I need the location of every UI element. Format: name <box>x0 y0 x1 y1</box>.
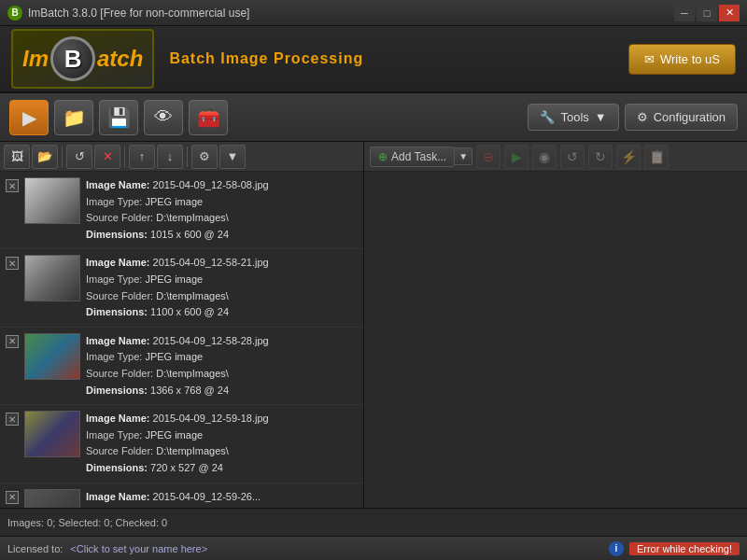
folder-plus-icon: 📂 <box>37 149 52 163</box>
item-dims-label: Dimensions: <box>86 385 150 396</box>
item-checkbox[interactable]: ✕ <box>6 335 19 348</box>
logo-box: Im B atch <box>11 29 154 89</box>
item-dims-label: Dimensions: <box>86 229 150 240</box>
add-green-icon: 🖼 <box>11 149 23 163</box>
task-extra1-button[interactable]: ⚡ <box>616 145 641 169</box>
item-folder-label: Source Folder: <box>86 445 156 456</box>
add-image-button[interactable]: 🖼 <box>4 145 30 169</box>
window-controls: ─ □ ✕ <box>674 5 740 21</box>
list-item[interactable]: ✕Image Name: 2015-04-09_12-59-26... <box>0 483 363 509</box>
remove-item-button[interactable]: ✕ <box>94 145 120 169</box>
tools-label: Tools <box>560 110 588 124</box>
open-folder-button[interactable]: 📁 <box>54 100 93 135</box>
add-task-dropdown-button[interactable]: ▼ <box>455 147 472 165</box>
add-task-button[interactable]: ⊕ Add Task... <box>370 147 455 167</box>
item-type-label: Image Type: <box>86 273 145 285</box>
list-dropdown-button[interactable]: ▼ <box>219 145 246 169</box>
item-folder-label: Source Folder: <box>86 290 156 301</box>
task-redo-button[interactable]: ↻ <box>588 145 613 169</box>
title-bar: B ImBatch 3.8.0 [Free for non-commercial… <box>0 0 747 26</box>
add-task-label: Add Task... <box>391 150 446 163</box>
task-pause-icon: ◉ <box>539 149 550 164</box>
header: Im B atch Batch Image Processing ✉ Write… <box>0 26 747 93</box>
item-info: Image Name: 2015-04-09_12-58-21.jpgImage… <box>86 255 358 320</box>
maximize-button[interactable]: □ <box>697 5 717 21</box>
refresh-list-button[interactable]: ↺ <box>66 145 92 169</box>
task-play-button[interactable]: ▶ <box>504 145 529 169</box>
item-type-value: JPEG image <box>145 351 203 362</box>
tools-button[interactable]: 🔧 Tools ▼ <box>528 104 618 131</box>
item-folder-value: D:\tempImages\ <box>156 445 229 456</box>
item-name-value: 2015-04-09_12-58-08.jpg <box>153 179 269 190</box>
logo-b-circle: B <box>50 36 95 81</box>
task-extra2-button[interactable]: 📋 <box>644 145 669 169</box>
toolbar-separator-1 <box>62 147 63 167</box>
item-name-value: 2015-04-09_12-59-18.jpg <box>153 413 269 424</box>
item-thumbnail <box>24 411 80 457</box>
item-thumbnail <box>24 489 80 509</box>
logo-area: Im B atch Batch Image Processing <box>11 29 628 89</box>
eye-button[interactable]: 👁 <box>144 100 183 135</box>
list-options-button[interactable]: ⚙ <box>191 145 218 169</box>
item-name-label: Image Name: <box>86 179 153 190</box>
envelope-icon: ✉ <box>644 52 655 66</box>
logo-atch: atch <box>97 46 143 72</box>
tools-arrow-icon: ▼ <box>595 110 607 124</box>
main-toolbar: ▶ 📁 💾 👁 🧰 🔧 Tools ▼ ⚙ Configuration <box>0 93 747 142</box>
save-button[interactable]: 💾 <box>99 100 138 135</box>
play-toolbar-button[interactable]: ▶ <box>9 100 49 135</box>
item-dims-value: 1100 x 600 @ 24 <box>150 306 229 317</box>
task-area <box>364 172 747 508</box>
error-badge: Error while checking! <box>629 542 740 555</box>
info-icon: i <box>609 541 624 556</box>
list-item[interactable]: ✕Image Name: 2015-04-09_12-58-28.jpgImag… <box>0 328 363 405</box>
list-item[interactable]: ✕Image Name: 2015-04-09_12-58-08.jpgImag… <box>0 172 363 249</box>
minimize-button[interactable]: ─ <box>674 5 695 21</box>
item-checkbox[interactable]: ✕ <box>6 179 19 192</box>
item-folder-value: D:\tempImages\ <box>156 290 229 301</box>
task-pause-button[interactable]: ◉ <box>532 145 557 169</box>
minus-circle-icon: ⊖ <box>483 149 494 164</box>
list-toolbar: 🖼 📂 ↺ ✕ ↑ ↓ ⚙ ▼ <box>0 142 363 172</box>
item-folder-value: D:\tempImages\ <box>156 212 229 223</box>
list-item[interactable]: ✕Image Name: 2015-04-09_12-59-18.jpgImag… <box>0 405 363 483</box>
list-item[interactable]: ✕Image Name: 2015-04-09_12-58-21.jpgImag… <box>0 249 363 327</box>
status-text: Images: 0; Selected: 0; Checked: 0 <box>7 517 167 528</box>
item-checkbox[interactable]: ✕ <box>6 257 19 270</box>
left-panel: 🖼 📂 ↺ ✕ ↑ ↓ ⚙ ▼ <box>0 142 364 508</box>
add-folder-button[interactable]: 📂 <box>32 145 58 169</box>
item-folder-value: D:\tempImages\ <box>156 368 229 379</box>
task-undo-button[interactable]: ↺ <box>560 145 585 169</box>
licensed-label: Licensed to: <box>7 543 63 554</box>
item-info: Image Name: 2015-04-09_12-58-08.jpgImage… <box>86 177 358 243</box>
briefcase-button[interactable]: 🧰 <box>189 100 228 135</box>
down-arrow-icon: ↓ <box>167 149 174 163</box>
item-checkbox[interactable]: ✕ <box>6 413 19 426</box>
item-info: Image Name: 2015-04-09_12-59-26... <box>86 489 358 506</box>
plus-circle-icon: ⊕ <box>378 150 388 163</box>
task-undo-icon: ↺ <box>567 149 578 164</box>
item-dims-value: 1015 x 600 @ 24 <box>150 229 229 240</box>
write-us-button[interactable]: ✉ Write to uS <box>628 44 736 75</box>
item-dims-label: Dimensions: <box>86 306 150 317</box>
item-info: Image Name: 2015-04-09_12-59-18.jpgImage… <box>86 411 358 476</box>
item-checkbox[interactable]: ✕ <box>6 491 19 504</box>
item-type-label: Image Type: <box>86 196 145 207</box>
app-icon: B <box>7 6 22 21</box>
item-name-value: 2015-04-09_12-58-21.jpg <box>153 257 269 268</box>
licensed-value[interactable]: <Click to set your name here> <box>70 543 207 554</box>
remove-task-button[interactable]: ⊖ <box>476 145 500 169</box>
task-redo-icon: ↻ <box>595 149 606 164</box>
item-info: Image Name: 2015-04-09_12-58-28.jpgImage… <box>86 333 358 399</box>
move-up-button[interactable]: ↑ <box>129 145 155 169</box>
right-panel: ⊕ Add Task... ▼ ⊖ ▶ ◉ ↺ ↻ ⚡ <box>364 142 747 508</box>
wrench-icon: 🔧 <box>540 110 555 124</box>
close-button[interactable]: ✕ <box>719 5 740 21</box>
toolbar-separator-2 <box>124 147 125 167</box>
item-folder-label: Source Folder: <box>86 368 156 379</box>
dropdown-arrow-icon: ▼ <box>227 149 239 163</box>
item-name-value: 2015-04-09_12-58-28.jpg <box>153 335 269 346</box>
configuration-button[interactable]: ⚙ Configuration <box>625 104 738 131</box>
toolbar-right: 🔧 Tools ▼ ⚙ Configuration <box>528 104 738 131</box>
move-down-button[interactable]: ↓ <box>157 145 183 169</box>
